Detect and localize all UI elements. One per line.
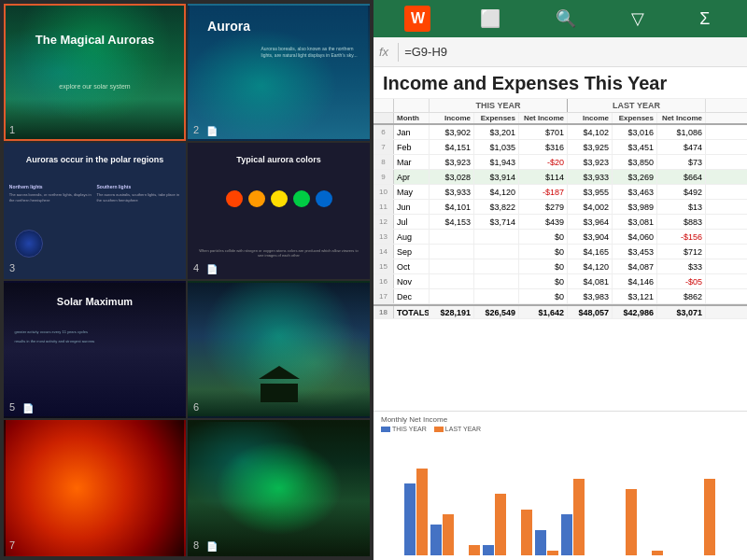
month-cell: Jan <box>394 125 430 139</box>
table-row[interactable]: 13 Aug $0 $3,904 $4,060 -$156 <box>374 230 747 245</box>
row-num-cell: 13 <box>374 230 394 244</box>
ly-net-cell: -$156 <box>657 230 706 244</box>
ly-expenses-cell: $3,269 <box>613 170 657 184</box>
excel-panel: W ⬜ 🔍 ▽ Σ fx Income and Expenses This Ye… <box>374 0 747 560</box>
slide-thumb-3[interactable]: Auroras occur in the polar regions North… <box>4 143 186 280</box>
ly-income-cell: $3,925 <box>568 140 613 154</box>
ly-income-cell: $3,983 <box>568 289 613 303</box>
chart-bar-group <box>561 479 585 556</box>
income-cell: $3,028 <box>430 170 474 184</box>
bar-this-year <box>430 525 442 555</box>
legend-this-year: THIS YEAR <box>392 426 427 432</box>
bar-this-year <box>561 514 572 555</box>
ly-net-cell: $3,071 <box>657 306 706 318</box>
table-row[interactable]: 10 May $3,933 $4,120 -$187 $3,955 $3,463… <box>374 185 747 200</box>
expenses-cell: $3,201 <box>474 125 519 139</box>
table-row[interactable]: 16 Nov $0 $4,081 $4,146 -$05 <box>374 274 747 289</box>
sheet-title: Income and Expenses This Year <box>374 67 747 99</box>
excel-toolbar: W ⬜ 🔍 ▽ Σ <box>374 0 747 37</box>
formula-divider <box>398 43 399 62</box>
slide-file-icon-2: 📄 <box>206 126 218 136</box>
bar-last-year <box>416 469 428 556</box>
table-row[interactable]: 14 Sep $0 $4,165 $3,453 $712 <box>374 245 747 259</box>
ly-expenses-cell: $4,087 <box>613 259 657 273</box>
ly-expenses-cell: $4,060 <box>613 230 657 244</box>
office-icon[interactable]: W <box>404 6 430 32</box>
ly-net-cell: $664 <box>657 170 706 184</box>
chart-bar-group <box>404 469 428 556</box>
slide-thumb-4[interactable]: Typical aurora colors When particles col… <box>188 143 370 280</box>
month-cell: Jun <box>394 200 430 214</box>
bar-this-year <box>404 483 416 555</box>
slide-thumb-7[interactable]: 7 <box>4 420 186 557</box>
month-cell: Dec <box>394 289 430 303</box>
table-row[interactable]: 15 Oct $0 $4,120 $4,087 $33 <box>374 259 747 274</box>
slide-file-icon-5: 📄 <box>22 403 34 413</box>
table-row[interactable]: 6 Jan $3,902 $3,201 $701 $4,102 $3,016 $… <box>374 125 747 140</box>
ly-expenses-cell: $3,989 <box>613 200 657 214</box>
income-cell: $3,933 <box>430 185 474 199</box>
formula-input[interactable] <box>404 45 741 59</box>
ly-income-cell: $3,923 <box>568 155 613 169</box>
chart-bar-group <box>535 530 558 556</box>
expenses-cell: $3,714 <box>474 215 519 229</box>
data-rows: 6 Jan $3,902 $3,201 $701 $4,102 $3,016 $… <box>374 125 747 411</box>
net-income-cell: $0 <box>519 289 568 303</box>
table-row[interactable]: 9 Apr $3,028 $3,914 $114 $3,933 $3,269 $… <box>374 170 747 185</box>
sigma-icon[interactable]: Σ <box>694 7 715 31</box>
ly-income-cell: $4,081 <box>568 274 613 288</box>
ly-net-cell: $862 <box>657 289 706 303</box>
ly-income-cell: $3,964 <box>568 215 613 229</box>
table-row[interactable]: 17 Dec $0 $3,983 $3,121 $862 <box>374 289 747 304</box>
month-cell: Nov <box>394 274 430 288</box>
net-income-cell: $0 <box>519 245 568 259</box>
income-cell <box>430 274 474 288</box>
bar-last-year <box>469 545 480 555</box>
ly-income-header: Income <box>568 113 613 123</box>
expenses-header: Expenses <box>474 113 519 123</box>
net-income-header: Net Income <box>519 113 568 123</box>
ly-net-cell: $13 <box>657 200 706 214</box>
row-num-cell: 16 <box>374 274 394 288</box>
monitor-icon[interactable]: ⬜ <box>474 7 506 31</box>
slide-3-col2-text: The aurora australis, southern lights, t… <box>97 192 181 203</box>
chart-title: Monthly Net Income <box>381 415 740 424</box>
month-cell: TOTALS <box>394 306 430 318</box>
ly-expenses-cell: $4,146 <box>613 274 657 288</box>
slide-thumb-6[interactable]: 6 <box>188 281 370 418</box>
bar-this-year <box>483 545 494 555</box>
powerpoint-panel: The Magical Auroras explore our solar sy… <box>0 0 374 560</box>
month-cell: Apr <box>394 170 430 184</box>
expenses-cell <box>474 245 519 259</box>
table-row[interactable]: 11 Jun $4,101 $3,822 $279 $4,002 $3,989 … <box>374 200 747 215</box>
slide-3-col2-header: Southern lights <box>97 184 181 190</box>
slide-thumb-8[interactable]: 8 📄 <box>188 420 370 557</box>
house-silhouette <box>261 384 298 402</box>
income-cell <box>430 259 474 273</box>
row-num-cell: 7 <box>374 140 394 154</box>
spreadsheet: Income and Expenses This Year THIS YEAR … <box>374 67 747 411</box>
slide-2-title: Aurora <box>207 19 250 34</box>
bar-last-year <box>704 479 715 556</box>
aurora-color-dots <box>226 190 332 207</box>
chart-bar-group <box>430 514 454 555</box>
table-row[interactable]: 12 Jul $4,153 $3,714 $439 $3,964 $3,081 … <box>374 215 747 230</box>
net-income-cell: $279 <box>519 200 568 214</box>
table-row[interactable]: 18 TOTALS $28,191 $26,549 $1,642 $48,057… <box>374 304 747 319</box>
net-income-cell: $316 <box>519 140 568 154</box>
table-row[interactable]: 7 Feb $4,151 $1,035 $316 $3,925 $3,451 $… <box>374 140 747 155</box>
ly-expenses-cell: $3,453 <box>613 245 657 259</box>
year-header-row: THIS YEAR LAST YEAR <box>374 99 747 113</box>
income-cell: $4,151 <box>430 140 474 154</box>
bar-last-year <box>443 514 454 555</box>
slide-thumb-5[interactable]: Solar Maximum greater activity occurs ev… <box>4 281 186 418</box>
table-row[interactable]: 8 Mar $3,923 $1,943 -$20 $3,923 $3,850 $… <box>374 155 747 170</box>
search-icon[interactable]: 🔍 <box>550 7 582 31</box>
expenses-cell: $4,120 <box>474 185 519 199</box>
slide-thumb-1[interactable]: The Magical Auroras explore our solar sy… <box>4 4 186 141</box>
ly-expenses-header: Expenses <box>613 113 657 123</box>
ly-net-cell: -$05 <box>657 274 706 288</box>
filter-icon[interactable]: ▽ <box>626 7 650 31</box>
slide-thumb-2[interactable]: Aurora Auroras borealis, also known as t… <box>188 4 370 141</box>
income-cell: $4,153 <box>430 215 474 229</box>
